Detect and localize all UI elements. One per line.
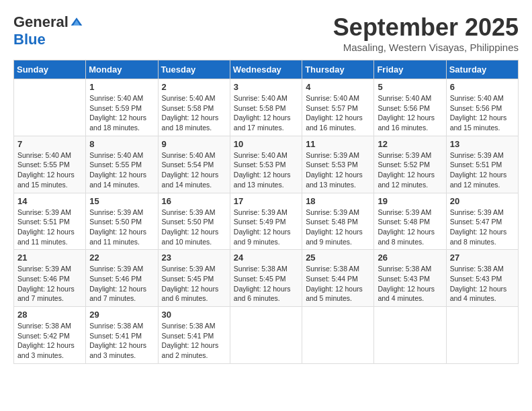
calendar-cell: 18Sunrise: 5:39 AMSunset: 5:48 PMDayligh… — [302, 193, 374, 250]
day-info: Sunrise: 5:40 AMSunset: 5:58 PMDaylight:… — [234, 93, 298, 133]
day-info: Sunrise: 5:40 AMSunset: 5:56 PMDaylight:… — [450, 93, 515, 133]
calendar-cell: 2Sunrise: 5:40 AMSunset: 5:58 PMDaylight… — [158, 79, 230, 136]
day-info: Sunrise: 5:39 AMSunset: 5:48 PMDaylight:… — [306, 208, 370, 247]
calendar-cell: 23Sunrise: 5:39 AMSunset: 5:45 PMDayligh… — [158, 250, 230, 307]
calendar-cell: 19Sunrise: 5:39 AMSunset: 5:48 PMDayligh… — [374, 193, 446, 250]
location-text: Masaling, Western Visayas, Philippines — [333, 42, 519, 53]
day-number: 3 — [234, 82, 298, 92]
day-number: 30 — [162, 310, 226, 320]
calendar-cell: 24Sunrise: 5:38 AMSunset: 5:45 PMDayligh… — [230, 250, 302, 307]
day-info: Sunrise: 5:39 AMSunset: 5:48 PMDaylight:… — [378, 208, 442, 247]
calendar-cell: 11Sunrise: 5:39 AMSunset: 5:53 PMDayligh… — [302, 136, 374, 193]
day-number: 2 — [162, 82, 226, 92]
day-number: 9 — [162, 139, 226, 149]
day-info: Sunrise: 5:39 AMSunset: 5:45 PMDaylight:… — [162, 264, 226, 304]
day-info: Sunrise: 5:38 AMSunset: 5:44 PMDaylight:… — [306, 264, 370, 304]
day-info: Sunrise: 5:38 AMSunset: 5:41 PMDaylight:… — [162, 321, 226, 361]
month-title: September 2025 — [333, 13, 519, 42]
logo-blue-text: Blue — [13, 31, 46, 48]
calendar-cell: 25Sunrise: 5:38 AMSunset: 5:44 PMDayligh… — [302, 250, 374, 307]
page-header: General Blue September 2025 Masaling, We… — [13, 13, 519, 53]
calendar-cell: 26Sunrise: 5:38 AMSunset: 5:43 PMDayligh… — [374, 250, 446, 307]
day-info: Sunrise: 5:40 AMSunset: 5:58 PMDaylight:… — [162, 93, 226, 133]
day-info: Sunrise: 5:40 AMSunset: 5:55 PMDaylight:… — [89, 150, 154, 190]
day-info: Sunrise: 5:38 AMSunset: 5:43 PMDaylight:… — [378, 264, 442, 304]
day-number: 21 — [17, 253, 82, 263]
day-info: Sunrise: 5:38 AMSunset: 5:41 PMDaylight:… — [89, 321, 154, 361]
day-number: 27 — [450, 253, 515, 263]
calendar-cell: 16Sunrise: 5:39 AMSunset: 5:50 PMDayligh… — [158, 193, 230, 250]
day-number: 13 — [450, 139, 515, 149]
day-number: 10 — [234, 139, 298, 149]
day-number: 28 — [17, 310, 82, 320]
day-info: Sunrise: 5:39 AMSunset: 5:50 PMDaylight:… — [89, 208, 154, 247]
calendar-cell — [302, 307, 374, 364]
calendar-cell — [446, 307, 518, 364]
logo-icon — [70, 15, 83, 29]
day-number: 23 — [162, 253, 226, 263]
calendar-cell: 28Sunrise: 5:38 AMSunset: 5:42 PMDayligh… — [14, 307, 86, 364]
calendar-cell: 8Sunrise: 5:40 AMSunset: 5:55 PMDaylight… — [86, 136, 158, 193]
calendar-cell: 22Sunrise: 5:39 AMSunset: 5:46 PMDayligh… — [86, 250, 158, 307]
day-number: 25 — [306, 253, 370, 263]
calendar-cell: 30Sunrise: 5:38 AMSunset: 5:41 PMDayligh… — [158, 307, 230, 364]
day-info: Sunrise: 5:39 AMSunset: 5:51 PMDaylight:… — [450, 150, 515, 190]
day-number: 14 — [17, 196, 82, 206]
calendar-cell: 14Sunrise: 5:39 AMSunset: 5:51 PMDayligh… — [14, 193, 86, 250]
day-number: 5 — [378, 82, 442, 92]
calendar-cell: 9Sunrise: 5:40 AMSunset: 5:54 PMDaylight… — [158, 136, 230, 193]
day-number: 7 — [17, 139, 82, 149]
calendar-week-4: 21Sunrise: 5:39 AMSunset: 5:46 PMDayligh… — [14, 250, 519, 307]
calendar-cell: 17Sunrise: 5:39 AMSunset: 5:49 PMDayligh… — [230, 193, 302, 250]
calendar-cell: 10Sunrise: 5:40 AMSunset: 5:53 PMDayligh… — [230, 136, 302, 193]
calendar-cell: 29Sunrise: 5:38 AMSunset: 5:41 PMDayligh… — [86, 307, 158, 364]
calendar-cell — [14, 79, 86, 136]
day-number: 11 — [306, 139, 370, 149]
title-section: September 2025 Masaling, Western Visayas… — [333, 13, 519, 53]
calendar-cell: 12Sunrise: 5:39 AMSunset: 5:52 PMDayligh… — [374, 136, 446, 193]
logo-general-text: General — [13, 13, 69, 31]
day-number: 15 — [89, 196, 154, 206]
calendar-table: SundayMondayTuesdayWednesdayThursdayFrid… — [13, 60, 519, 364]
calendar-cell: 13Sunrise: 5:39 AMSunset: 5:51 PMDayligh… — [446, 136, 518, 193]
column-header-tuesday: Tuesday — [158, 60, 230, 79]
calendar-header-row: SundayMondayTuesdayWednesdayThursdayFrid… — [14, 60, 519, 79]
day-number: 22 — [89, 253, 154, 263]
day-info: Sunrise: 5:40 AMSunset: 5:53 PMDaylight:… — [234, 150, 298, 190]
calendar-cell: 27Sunrise: 5:38 AMSunset: 5:43 PMDayligh… — [446, 250, 518, 307]
day-number: 6 — [450, 82, 515, 92]
day-number: 26 — [378, 253, 442, 263]
column-header-friday: Friday — [374, 60, 446, 79]
day-info: Sunrise: 5:40 AMSunset: 5:56 PMDaylight:… — [378, 93, 442, 133]
day-info: Sunrise: 5:40 AMSunset: 5:54 PMDaylight:… — [162, 150, 226, 190]
day-info: Sunrise: 5:38 AMSunset: 5:42 PMDaylight:… — [17, 321, 82, 361]
day-info: Sunrise: 5:39 AMSunset: 5:47 PMDaylight:… — [450, 208, 515, 247]
logo: General Blue — [13, 13, 83, 48]
day-info: Sunrise: 5:39 AMSunset: 5:50 PMDaylight:… — [162, 208, 226, 247]
day-number: 12 — [378, 139, 442, 149]
column-header-saturday: Saturday — [446, 60, 518, 79]
day-info: Sunrise: 5:39 AMSunset: 5:49 PMDaylight:… — [234, 208, 298, 247]
day-info: Sunrise: 5:39 AMSunset: 5:52 PMDaylight:… — [378, 150, 442, 190]
day-info: Sunrise: 5:39 AMSunset: 5:46 PMDaylight:… — [17, 264, 82, 304]
day-info: Sunrise: 5:40 AMSunset: 5:57 PMDaylight:… — [306, 93, 370, 133]
day-number: 29 — [89, 310, 154, 320]
calendar-cell: 21Sunrise: 5:39 AMSunset: 5:46 PMDayligh… — [14, 250, 86, 307]
calendar-cell: 6Sunrise: 5:40 AMSunset: 5:56 PMDaylight… — [446, 79, 518, 136]
day-info: Sunrise: 5:40 AMSunset: 5:55 PMDaylight:… — [17, 150, 82, 190]
day-number: 17 — [234, 196, 298, 206]
column-header-thursday: Thursday — [302, 60, 374, 79]
calendar-week-5: 28Sunrise: 5:38 AMSunset: 5:42 PMDayligh… — [14, 307, 519, 364]
day-number: 24 — [234, 253, 298, 263]
calendar-cell: 15Sunrise: 5:39 AMSunset: 5:50 PMDayligh… — [86, 193, 158, 250]
column-header-wednesday: Wednesday — [230, 60, 302, 79]
column-header-monday: Monday — [86, 60, 158, 79]
column-header-sunday: Sunday — [14, 60, 86, 79]
day-info: Sunrise: 5:39 AMSunset: 5:46 PMDaylight:… — [89, 264, 154, 304]
day-number: 19 — [378, 196, 442, 206]
day-info: Sunrise: 5:39 AMSunset: 5:51 PMDaylight:… — [17, 208, 82, 247]
calendar-cell — [230, 307, 302, 364]
calendar-week-1: 1Sunrise: 5:40 AMSunset: 5:59 PMDaylight… — [14, 79, 519, 136]
calendar-cell — [374, 307, 446, 364]
day-number: 18 — [306, 196, 370, 206]
